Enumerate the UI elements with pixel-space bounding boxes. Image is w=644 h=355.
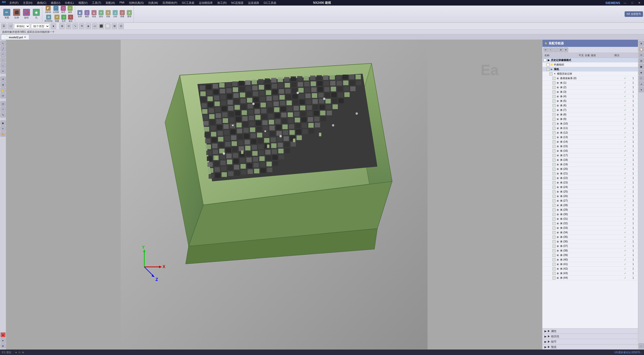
check-item-11[interactable]: ✓ bbox=[553, 109, 556, 112]
check-item-13[interactable]: ✓ bbox=[553, 118, 556, 121]
tree-item-16[interactable]: ✓⊞体 (12)✓1 bbox=[542, 131, 638, 135]
check-history[interactable] bbox=[543, 59, 546, 62]
menu-toggle-btn[interactable]: ☰ bbox=[1, 23, 7, 29]
tree-item-38[interactable]: ✓⊞体 (34)✓1 bbox=[542, 230, 638, 235]
tree-item-41[interactable]: ✓⊞体 (37)✓1 bbox=[542, 244, 638, 248]
tree-item-8[interactable]: ✓⊞体 (4)✓1 bbox=[542, 94, 638, 99]
tree-item-36[interactable]: ✓⊞体 (32)✓1 bbox=[542, 221, 638, 226]
right-mini-btn-7[interactable]: ⬡ bbox=[639, 76, 644, 81]
ribbon-btn-3[interactable]: ◆加厚 bbox=[77, 10, 83, 18]
left-btn-measure[interactable]: ⌗ bbox=[1, 107, 6, 112]
tree-item-35[interactable]: ✓⊞体 (31)✓1 bbox=[542, 217, 638, 221]
toolbar-filter-btn[interactable]: ▼ bbox=[51, 23, 56, 29]
menu-gc2[interactable]: GC工具箱 bbox=[263, 1, 277, 5]
tree-item-12[interactable]: ✓⊞体 (8)✓1 bbox=[542, 112, 638, 117]
check-assembly[interactable]: ✓ bbox=[546, 68, 549, 71]
left-btn-move[interactable]: ✛ bbox=[1, 77, 6, 82]
status-icon-3[interactable]: ⊕ bbox=[22, 351, 24, 354]
ribbon-btn-sketch[interactable]: ✏ 草图 bbox=[2, 8, 12, 20]
menu-curve[interactable]: 曲线(C) bbox=[36, 1, 47, 5]
tree-item-47[interactable]: ✓⊞体 (43)✓1 bbox=[542, 271, 638, 276]
menu-pmi[interactable]: PMI bbox=[118, 1, 126, 5]
ribbon-btn-subtract[interactable]: ∖ 减去 bbox=[67, 14, 74, 23]
left-btn-arc[interactable]: ◠ bbox=[1, 52, 6, 57]
check-item-48[interactable]: ✓ bbox=[553, 276, 556, 279]
left-btn-color[interactable]: 🎨 bbox=[1, 132, 6, 137]
check-item-16[interactable]: ✓ bbox=[553, 131, 556, 134]
tree-item-20[interactable]: ✓⊞体 (16)✓1 bbox=[542, 149, 638, 153]
tree-settings-btn[interactable]: ⚙ bbox=[559, 48, 563, 52]
panel-section-dependency-header[interactable]: ▶ ▶ 相关性 bbox=[542, 334, 638, 339]
check-item-25[interactable]: ✓ bbox=[553, 172, 556, 175]
check-item-34[interactable]: ✓ bbox=[553, 213, 556, 216]
right-mini-btn-2[interactable]: 📋 bbox=[639, 47, 644, 52]
check-item-24[interactable]: ✓ bbox=[553, 168, 556, 171]
tree-item-45[interactable]: ✓⊞体 (41)✓1 bbox=[542, 262, 638, 267]
toolbar-rotate-btn[interactable]: ⟲ bbox=[79, 23, 84, 29]
check-item-30[interactable]: ✓ bbox=[553, 195, 556, 198]
menu-surface[interactable]: 曲面(U) bbox=[50, 1, 61, 5]
menu-view[interactable]: 视图(V) bbox=[77, 1, 89, 5]
check-item-45[interactable]: ✓ bbox=[553, 263, 556, 266]
check-item-6[interactable]: ✓ bbox=[553, 86, 556, 89]
right-mini-btn-1[interactable]: ⊕ bbox=[639, 41, 644, 46]
toolbar-perspective-btn[interactable]: ⊞ bbox=[112, 23, 117, 29]
tree-item-26[interactable]: ✓⊞体 (22)✓1 bbox=[542, 176, 638, 180]
menu-gctool[interactable]: GC工具箱 bbox=[181, 1, 195, 5]
ribbon-btn-extrude[interactable]: ⬛ 拉伸 bbox=[12, 8, 21, 20]
panel-section-preview-header[interactable]: ▶ ▶ 预览 bbox=[542, 344, 638, 349]
tree-item-21[interactable]: ✓⊞体 (17)✓1 bbox=[542, 153, 638, 158]
right-mini-btn-9[interactable]: ✦ bbox=[639, 87, 644, 92]
left-btn-select[interactable]: ↖ bbox=[1, 41, 6, 46]
tree-item-28[interactable]: ✓⊞体 (24)✓1 bbox=[542, 185, 638, 189]
menu-nc[interactable]: NC迟报器 bbox=[230, 1, 244, 5]
status-icon-1[interactable]: ● bbox=[15, 351, 17, 354]
check-item-10[interactable]: ✓ bbox=[553, 104, 556, 107]
check-item-18[interactable]: ✓ bbox=[553, 140, 556, 143]
maximize-btn[interactable]: □ bbox=[630, 1, 635, 4]
ribbon-btn-hole[interactable]: ◉ 孔 bbox=[32, 8, 41, 20]
check-item-14[interactable]: ✓ bbox=[553, 122, 556, 125]
ribbon-btn-10[interactable]: ⊛重用 bbox=[126, 10, 133, 18]
tree-item-7[interactable]: ✓⊞体 (3)✓1 bbox=[542, 90, 638, 94]
check-item-32[interactable]: ✓ bbox=[553, 204, 556, 207]
tree-item-30[interactable]: ✓⊞体 (26)✓1 bbox=[542, 194, 638, 199]
ribbon-btn-mirror[interactable]: ⇌ 镜像 bbox=[54, 14, 60, 23]
left-btn-note[interactable]: ✎ bbox=[1, 112, 6, 117]
toolbar-orient-btn[interactable]: ⊡ bbox=[118, 23, 124, 29]
check-item-38[interactable]: ✓ bbox=[553, 231, 556, 234]
right-mini-btn-6[interactable]: ◈ bbox=[639, 70, 644, 75]
close-btn[interactable]: ✕ bbox=[637, 1, 642, 5]
minimize-btn[interactable]: — bbox=[622, 1, 628, 4]
left-btn-display[interactable]: ◉ bbox=[1, 120, 6, 125]
check-item-41[interactable]: ✓ bbox=[553, 245, 556, 248]
check-item-39[interactable]: ✓ bbox=[553, 236, 556, 239]
tree-item-27[interactable]: ✓⊞体 (23)✓1 bbox=[542, 180, 638, 185]
check-item-46[interactable]: ✓ bbox=[553, 267, 556, 270]
check-item-43[interactable]: ✓ bbox=[553, 254, 556, 257]
left-btn-layer[interactable]: ≡ bbox=[1, 126, 6, 131]
check-item-22[interactable]: ✓ bbox=[553, 158, 556, 162]
menu-motion2[interactable]: 运动模拟库 bbox=[198, 1, 214, 5]
right-mini-btn-bottom[interactable]: ↕ bbox=[639, 343, 644, 348]
tree-item-33[interactable]: ✓⊞体 (29)✓1 bbox=[542, 208, 638, 212]
check-item-28[interactable]: ✓ bbox=[553, 186, 556, 189]
tab-close-btn[interactable]: ✕ bbox=[24, 36, 26, 39]
right-mini-btn-8[interactable]: ⊿ bbox=[639, 81, 644, 86]
toolbar-btn-history[interactable]: ◁ bbox=[8, 23, 13, 29]
toolbar-zoom-btn[interactable]: ⤡ bbox=[72, 23, 78, 29]
ribbon-btn-chamfer[interactable]: ◤ 倒斜角 bbox=[44, 6, 52, 14]
tree-item-9[interactable]: ✓⊞体 (5)✓1 bbox=[542, 99, 638, 103]
tree-filter-btn[interactable]: ▼ bbox=[564, 48, 568, 52]
menu-sim[interactable]: 结构仿真(S) bbox=[128, 1, 145, 5]
ribbon-btn-fillet[interactable]: ⌒ 边倒圆 bbox=[52, 6, 60, 14]
panel-section-attributes-header[interactable]: ▶ ▶ 属性 bbox=[542, 329, 638, 334]
toolbar-snap-btn[interactable]: ⊙ bbox=[66, 23, 71, 29]
tree-constraint[interactable]: 📁 约束组织 bbox=[542, 62, 638, 67]
menu-motion[interactable]: 仿真(M) bbox=[147, 1, 159, 5]
ribbon-btn-4[interactable]: ⬡偏置 bbox=[84, 10, 90, 18]
check-item-27[interactable]: ✓ bbox=[553, 181, 556, 184]
tree-item-5[interactable]: ✓⊞体 (1)✓1 bbox=[542, 81, 638, 85]
left-btn-rotate[interactable]: ⟳ bbox=[1, 93, 6, 98]
left-btn-sketch2[interactable]: ✏ bbox=[1, 69, 6, 74]
